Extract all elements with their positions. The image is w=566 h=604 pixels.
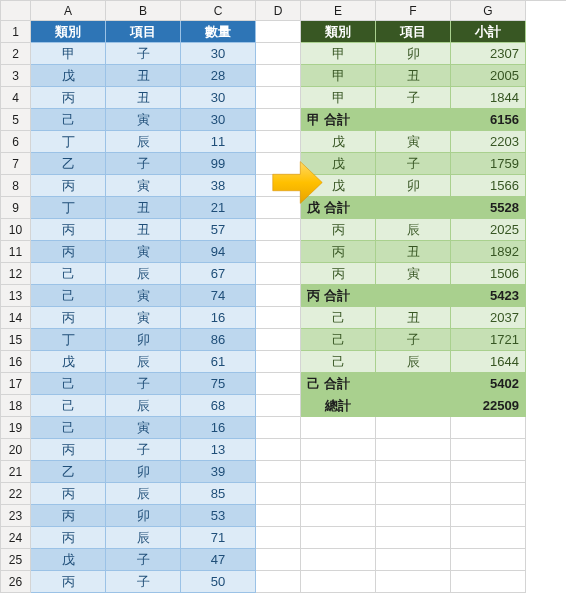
blue-cell[interactable]: 戊 [31,549,106,571]
empty-cell[interactable] [451,417,526,439]
blue-cell[interactable]: 寅 [106,285,181,307]
blue-cell[interactable]: 85 [181,483,256,505]
blue-cell[interactable]: 寅 [106,241,181,263]
blue-cell[interactable]: 丑 [106,87,181,109]
blue-cell[interactable]: 丙 [31,307,106,329]
empty-cell[interactable] [376,549,451,571]
green-cell[interactable]: 丑 [376,307,451,329]
blue-cell[interactable]: 戊 [31,351,106,373]
blue-cell[interactable]: 50 [181,571,256,593]
empty-cell[interactable] [301,461,376,483]
empty-cell[interactable] [451,483,526,505]
blue-cell[interactable]: 16 [181,307,256,329]
empty-cell[interactable] [256,307,301,329]
col-header-C[interactable]: C [181,1,256,21]
blue-cell[interactable]: 子 [106,373,181,395]
row-header-3[interactable]: 3 [1,65,31,87]
blue-cell[interactable]: 94 [181,241,256,263]
blue-cell[interactable]: 丁 [31,131,106,153]
green-cell[interactable]: 1566 [451,175,526,197]
blue-cell[interactable]: 己 [31,285,106,307]
empty-cell[interactable] [256,329,301,351]
blue-cell[interactable]: 丙 [31,483,106,505]
empty-cell[interactable] [256,21,301,43]
grand-total-value[interactable]: 22509 [451,395,526,417]
green-cell[interactable]: 甲 [301,87,376,109]
empty-cell[interactable] [376,571,451,593]
green-cell[interactable]: 己 [301,307,376,329]
blue-cell[interactable]: 丙 [31,505,106,527]
empty-cell[interactable] [256,549,301,571]
green-header[interactable]: 小計 [451,21,526,43]
blue-cell[interactable]: 71 [181,527,256,549]
empty-cell[interactable] [256,87,301,109]
blue-cell[interactable]: 寅 [106,109,181,131]
blue-cell[interactable]: 辰 [106,263,181,285]
row-header-19[interactable]: 19 [1,417,31,439]
col-header-E[interactable]: E [301,1,376,21]
green-cell[interactable]: 寅 [376,263,451,285]
green-cell[interactable]: 卯 [376,43,451,65]
blue-cell[interactable]: 戊 [31,65,106,87]
empty-cell[interactable] [451,527,526,549]
empty-cell[interactable] [301,439,376,461]
row-header-21[interactable]: 21 [1,461,31,483]
col-header-D[interactable]: D [256,1,301,21]
empty-cell[interactable] [256,241,301,263]
blue-cell[interactable]: 己 [31,109,106,131]
empty-cell[interactable] [376,527,451,549]
grand-total-cell[interactable] [376,395,451,417]
subtotal-cell[interactable] [376,197,451,219]
blue-cell[interactable]: 子 [106,439,181,461]
empty-cell[interactable] [256,571,301,593]
subtotal-value[interactable]: 5423 [451,285,526,307]
empty-cell[interactable] [301,505,376,527]
blue-cell[interactable]: 己 [31,417,106,439]
blue-header[interactable]: 數量 [181,21,256,43]
green-cell[interactable]: 己 [301,329,376,351]
green-cell[interactable]: 丑 [376,65,451,87]
blue-cell[interactable]: 寅 [106,417,181,439]
empty-cell[interactable] [256,483,301,505]
row-header-24[interactable]: 24 [1,527,31,549]
row-header-12[interactable]: 12 [1,263,31,285]
subtotal-value[interactable]: 5528 [451,197,526,219]
blue-cell[interactable]: 38 [181,175,256,197]
green-cell[interactable]: 1721 [451,329,526,351]
empty-cell[interactable] [256,505,301,527]
col-header-B[interactable]: B [106,1,181,21]
blue-cell[interactable]: 11 [181,131,256,153]
blue-cell[interactable]: 丙 [31,175,106,197]
empty-cell[interactable] [256,417,301,439]
row-header-8[interactable]: 8 [1,175,31,197]
blue-cell[interactable]: 子 [106,43,181,65]
empty-cell[interactable] [451,549,526,571]
row-header-16[interactable]: 16 [1,351,31,373]
blue-cell[interactable]: 丙 [31,219,106,241]
row-header-4[interactable]: 4 [1,87,31,109]
empty-cell[interactable] [376,505,451,527]
empty-cell[interactable] [256,65,301,87]
green-cell[interactable]: 寅 [376,131,451,153]
row-header-11[interactable]: 11 [1,241,31,263]
blue-cell[interactable]: 13 [181,439,256,461]
blue-cell[interactable]: 丑 [106,197,181,219]
empty-cell[interactable] [376,439,451,461]
green-cell[interactable]: 辰 [376,219,451,241]
blue-cell[interactable]: 辰 [106,131,181,153]
green-cell[interactable]: 2037 [451,307,526,329]
empty-cell[interactable] [256,351,301,373]
empty-cell[interactable] [256,527,301,549]
green-cell[interactable]: 丑 [376,241,451,263]
row-header-5[interactable]: 5 [1,109,31,131]
subtotal-value[interactable]: 6156 [451,109,526,131]
green-cell[interactable]: 卯 [376,175,451,197]
empty-cell[interactable] [301,527,376,549]
blue-cell[interactable]: 甲 [31,43,106,65]
row-header-6[interactable]: 6 [1,131,31,153]
blue-cell[interactable]: 辰 [106,483,181,505]
subtotal-label[interactable]: 甲 合計 [301,109,376,131]
blue-cell[interactable]: 74 [181,285,256,307]
row-header-23[interactable]: 23 [1,505,31,527]
empty-cell[interactable] [301,483,376,505]
